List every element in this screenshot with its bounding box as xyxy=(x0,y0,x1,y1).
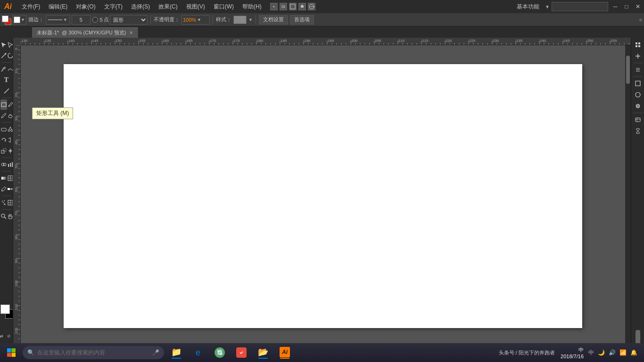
close-button[interactable]: ✕ xyxy=(634,2,642,11)
eyedropper-tool[interactable] xyxy=(0,184,7,194)
pencil-tool[interactable] xyxy=(0,110,7,121)
menu-select[interactable]: 选择(S) xyxy=(127,0,154,13)
taskbar-network-icon[interactable]: 📶 xyxy=(619,349,627,356)
swap-colors-icon[interactable]: ⇄ xyxy=(0,334,6,340)
width-tool[interactable] xyxy=(7,146,14,156)
type-tool[interactable]: T xyxy=(0,75,13,85)
taskbar-search-box[interactable]: 🔍 🎤 xyxy=(23,346,164,359)
menu-effect[interactable]: 效果(C) xyxy=(155,0,182,13)
svg-rect-24 xyxy=(8,188,10,190)
document-tab[interactable]: 未标题-1* @ 300% (CMYK/GPU 预览) ✕ xyxy=(32,27,138,38)
menu-file[interactable]: 文件(F) xyxy=(18,0,44,13)
taskbar-speaker-icon[interactable]: 🔊 xyxy=(608,349,617,356)
right-panel-btn-4[interactable] xyxy=(632,78,644,89)
taskbar-search-input[interactable] xyxy=(37,349,149,356)
menu-object[interactable]: 对象(O) xyxy=(72,0,99,13)
taskbar-app-ai[interactable]: Ai xyxy=(274,343,295,362)
zoom-tool[interactable] xyxy=(0,211,7,222)
menu-window[interactable]: 窗口(W) xyxy=(210,0,238,13)
shape-builder-tool[interactable] xyxy=(0,159,7,170)
slice-tool[interactable] xyxy=(7,197,14,208)
right-panel-btn-1[interactable] xyxy=(632,40,644,50)
menu-view[interactable]: 视图(V) xyxy=(182,0,209,13)
options-more-icon[interactable]: ≡ xyxy=(639,17,642,23)
hand-tool[interactable] xyxy=(7,211,14,222)
point-shape-selector[interactable]: 5 点 圆形 xyxy=(92,15,148,25)
point-shape-select[interactable]: 圆形 xyxy=(110,15,148,25)
eraser-tool[interactable] xyxy=(0,124,7,134)
right-panel-btn-7[interactable] xyxy=(632,115,644,125)
menu-help[interactable]: 帮助(H) xyxy=(239,0,265,13)
curvature-tool[interactable] xyxy=(7,64,14,74)
search-input[interactable] xyxy=(552,2,608,11)
line-tool[interactable] xyxy=(0,86,13,96)
rotate-tool[interactable] xyxy=(0,135,7,145)
lasso-tool[interactable] xyxy=(7,50,14,61)
opacity-box[interactable]: 100% ▼ xyxy=(182,15,210,25)
paintbrush-tool[interactable] xyxy=(7,99,14,110)
toolbar-icon-5[interactable] xyxy=(308,3,315,10)
magic-wand-tool[interactable] xyxy=(0,50,7,61)
right-panel-btn-8[interactable] xyxy=(632,126,644,136)
right-panel-btn-5[interactable] xyxy=(632,90,644,100)
right-panel-btn-3[interactable] xyxy=(632,65,644,75)
preferences-button[interactable]: 首选项 xyxy=(290,15,314,25)
stroke-style-box[interactable]: ▼ xyxy=(46,15,70,25)
gradient-tool[interactable] xyxy=(0,173,7,183)
start-button[interactable] xyxy=(2,343,21,362)
menu-text[interactable]: 文字(T) xyxy=(100,0,126,13)
mesh-tool[interactable] xyxy=(7,173,14,183)
workspace-dropdown-icon[interactable]: ▼ xyxy=(545,4,550,9)
vertical-scrollbar[interactable] xyxy=(625,45,631,346)
taskbar-app-green[interactable]: 🔃 xyxy=(209,343,230,362)
style-preview[interactable] xyxy=(233,16,247,24)
menu-edit[interactable]: 编辑(E) xyxy=(45,0,71,13)
taskbar-zh-icon[interactable]: 中 xyxy=(587,349,595,357)
menu-bar: 文件(F) 编辑(E) 对象(O) 文字(T) 选择(S) 效果(C) 视图(V… xyxy=(16,0,513,13)
minimize-button[interactable]: ─ xyxy=(611,2,619,11)
workspace-label[interactable]: 基本功能 xyxy=(513,3,543,11)
doc-settings-button[interactable]: 文档设置 xyxy=(259,15,288,25)
canvas-container[interactable] xyxy=(21,45,625,346)
stroke-color-box[interactable]: ▼ xyxy=(12,15,26,25)
direct-selection-tool[interactable] xyxy=(7,40,14,50)
tool-separator-3 xyxy=(2,122,11,123)
taskbar-notify-icon[interactable]: 🔔 xyxy=(629,349,638,356)
scissors-tool[interactable] xyxy=(7,124,14,134)
taskbar-app-edge[interactable]: e xyxy=(188,343,208,362)
toolbar-icon-4[interactable] xyxy=(298,3,306,10)
vertical-ruler xyxy=(13,45,21,351)
reflect-tool[interactable] xyxy=(7,135,14,145)
canvas-and-scroll xyxy=(13,45,631,351)
selection-tool[interactable] xyxy=(0,40,7,50)
stroke-fg-swatch[interactable] xyxy=(2,16,10,24)
tab-close-button[interactable]: ✕ xyxy=(129,30,133,35)
pen-tool[interactable] xyxy=(0,64,7,74)
title-bar: Ai 文件(F) 编辑(E) 对象(O) 文字(T) 选择(S) 效果(C) 视… xyxy=(0,0,644,13)
svg-rect-39 xyxy=(636,81,640,86)
symbol-sprayer-tool[interactable] xyxy=(0,197,7,208)
toolbar-icon-2[interactable]: St xyxy=(280,3,287,10)
taskbar-app-red[interactable] xyxy=(231,343,252,362)
toolbar-icon-3[interactable] xyxy=(289,3,297,10)
vertical-scroll-thumb[interactable] xyxy=(626,56,630,84)
no-color-icon[interactable]: ⊘ xyxy=(7,334,14,340)
chart-tool[interactable] xyxy=(7,159,14,170)
right-panel-btn-2[interactable] xyxy=(632,51,644,61)
stroke-weight-box[interactable]: 5 xyxy=(72,15,91,25)
right-panel-btn-6[interactable] xyxy=(632,101,644,111)
style-dropdown-icon[interactable]: ▼ xyxy=(248,17,253,22)
selection-tools-row xyxy=(0,40,13,50)
maximize-button[interactable]: □ xyxy=(622,2,631,11)
doc-tab-info: @ 300% (CMYK/GPU 预览) xyxy=(62,29,126,36)
scale-tool[interactable] xyxy=(0,146,7,156)
blend-tool[interactable] xyxy=(7,184,14,194)
blob-brush-tool[interactable] xyxy=(7,110,14,121)
taskbar-app-folder[interactable]: 📂 xyxy=(253,343,273,362)
taskbar-app-files[interactable]: 📁 xyxy=(166,343,187,362)
taskbar-mic-icon[interactable]: 🎤 xyxy=(152,349,159,356)
fg-color-swatch[interactable] xyxy=(0,304,10,314)
toolbar-icon-1[interactable]: ▪ xyxy=(270,3,278,10)
taskbar-clock: 中 2018/7/16 xyxy=(561,346,586,359)
rectangle-tool[interactable] xyxy=(0,99,7,110)
